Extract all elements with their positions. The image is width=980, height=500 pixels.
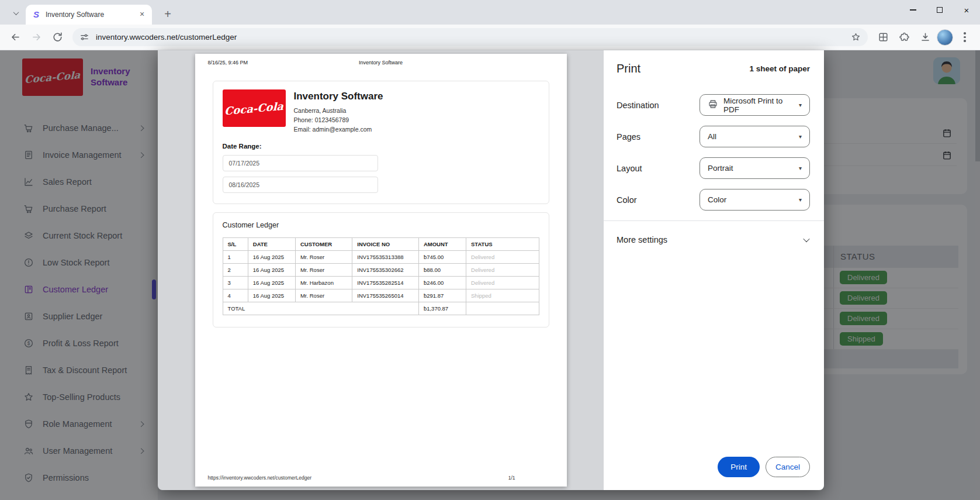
extensions-button[interactable] — [895, 28, 913, 47]
doc-logo-text: Coca-Cola — [224, 99, 283, 117]
cancel-button[interactable]: Cancel — [766, 457, 810, 477]
print-dialog: 8/16/25, 9:46 PM Inventory Software Coca… — [158, 50, 824, 490]
window-controls: × — [899, 0, 980, 20]
doc-table-head-row: S/LDATECUSTOMERINVOICE NOAMOUNTSTATUS — [223, 238, 539, 251]
tab-title: Inventory Software — [46, 11, 137, 19]
browser-toolbar: inventory.wwcoders.net/customerLedger — [0, 25, 980, 50]
dropdown-caret-icon: ▾ — [799, 133, 802, 140]
more-settings-label: More settings — [617, 235, 667, 244]
side-panel-button[interactable] — [874, 28, 892, 47]
tab-close-icon[interactable]: × — [137, 9, 147, 20]
page-footer: https://inventory.wwcoders.net/customerL… — [208, 475, 554, 481]
chevron-down-icon — [803, 235, 809, 242]
reload-icon — [52, 32, 63, 43]
doc-col-status: STATUS — [466, 238, 539, 251]
doc-col-invoice-no: INVOICE NO — [352, 238, 419, 251]
print-field-color: ColorColor▾ — [617, 189, 810, 211]
address-bar[interactable]: inventory.wwcoders.net/customerLedger — [72, 28, 868, 46]
ledger-row: 216 Aug 2025Mr. RoserINV175535302662ƀ88.… — [223, 264, 539, 277]
print-timestamp: 8/16/25, 9:46 PM — [208, 60, 248, 65]
doc-col-amount: AMOUNT — [418, 238, 466, 251]
dropdown-caret-icon: ▾ — [799, 196, 802, 203]
print-dialog-title: Print — [617, 62, 640, 75]
print-field-layout: LayoutPortrait▾ — [617, 157, 810, 179]
ledger-total-row: TOTALƀ1,370.87 — [223, 302, 539, 315]
browser-menu-button[interactable] — [955, 28, 974, 47]
field-value: Microsoft Print to PDF — [723, 96, 794, 114]
browser-tab[interactable]: S Inventory Software × — [26, 5, 152, 25]
forward-button[interactable] — [27, 28, 46, 47]
date-range-label: Date Range: — [223, 143, 539, 150]
bookmark-star-icon[interactable] — [851, 32, 861, 42]
doc-company-logo: Coca-Cola — [223, 89, 286, 127]
print-preview-area: 8/16/25, 9:46 PM Inventory Software Coca… — [158, 50, 604, 490]
download-icon — [920, 32, 931, 43]
total-label: TOTAL — [223, 302, 418, 315]
destination-dropdown[interactable]: Microsoft Print to PDF▾ — [699, 94, 810, 116]
field-label: Destination — [617, 101, 699, 110]
window-close-button[interactable]: × — [953, 0, 980, 20]
section-title: Customer Ledger — [223, 221, 539, 229]
page-header: 8/16/25, 9:46 PM Inventory Software — [195, 54, 567, 65]
doc-table-body: 116 Aug 2025Mr. RoserINV175535313388ƀ745… — [223, 251, 539, 315]
print-settings-panel: Print 1 sheet of paper DestinationMicros… — [604, 50, 824, 490]
forward-arrow-icon — [31, 32, 42, 43]
pages-dropdown[interactable]: All▾ — [699, 126, 810, 147]
color-dropdown[interactable]: Color▾ — [699, 189, 810, 211]
layout-dropdown[interactable]: Portrait▾ — [699, 157, 810, 179]
tab-favicon-icon: S — [32, 10, 41, 19]
date-range-to: 08/16/2025 — [223, 177, 378, 193]
ledger-row: 116 Aug 2025Mr. RoserINV175535313388ƀ745… — [223, 251, 539, 264]
doc-col-date: DATE — [248, 238, 295, 251]
minimize-icon — [910, 9, 916, 10]
print-preview-page: 8/16/25, 9:46 PM Inventory Software Coca… — [195, 54, 567, 487]
tab-content: Coca-Cola Inventory Software Purchase Ma… — [0, 50, 980, 500]
more-settings-toggle[interactable]: More settings — [604, 220, 824, 258]
window-minimize-button[interactable] — [899, 0, 926, 20]
doc-company-email: Email: admin@example.com — [294, 125, 383, 135]
tab-search-button[interactable] — [8, 5, 23, 20]
browser-window: S Inventory Software × + × inventory.wwc… — [0, 0, 980, 500]
doc-col-customer: CUSTOMER — [295, 238, 352, 251]
total-amount: ƀ1,370.87 — [418, 302, 466, 315]
date-range-from: 07/17/2025 — [223, 155, 378, 171]
company-info-card: Coca-Cola Inventory Software Canberra, A… — [213, 81, 549, 204]
three-dots-icon — [964, 32, 965, 42]
field-value: Color — [708, 195, 726, 204]
ledger-table: S/LDATECUSTOMERINVOICE NOAMOUNTSTATUS 11… — [223, 237, 539, 315]
window-maximize-button[interactable] — [926, 0, 953, 20]
field-label: Color — [617, 195, 699, 205]
print-doc-title: Inventory Software — [359, 60, 403, 65]
print-fields: DestinationMicrosoft Print to PDF▾PagesA… — [604, 94, 824, 220]
grid-icon — [878, 32, 889, 43]
doc-company-name: Inventory Software — [294, 91, 383, 102]
reload-button[interactable] — [48, 28, 67, 47]
field-label: Pages — [617, 132, 699, 142]
doc-company-address: Canberra, Australia — [294, 106, 383, 116]
maximize-icon — [937, 7, 943, 13]
back-button[interactable] — [6, 28, 25, 47]
ledger-row: 416 Aug 2025Mr. RoserINV175535265014ƀ291… — [223, 289, 539, 302]
doc-company-phone: Phone: 0123456789 — [294, 116, 383, 125]
field-label: Layout — [617, 164, 699, 173]
doc-col-s-l: S/L — [223, 238, 248, 251]
printer-icon — [708, 99, 718, 111]
field-value: Portrait — [708, 164, 733, 173]
tab-strip: S Inventory Software × + × — [0, 0, 980, 25]
print-button[interactable]: Print — [718, 457, 760, 477]
downloads-button[interactable] — [916, 28, 934, 47]
new-tab-button[interactable]: + — [160, 7, 175, 22]
url-text: inventory.wwcoders.net/customerLedger — [96, 33, 851, 42]
print-field-destination: DestinationMicrosoft Print to PDF▾ — [617, 94, 810, 116]
sheet-count-label: 1 sheet of paper — [749, 64, 810, 73]
field-value: All — [708, 132, 716, 141]
site-info-icon — [79, 32, 89, 42]
customer-ledger-card: Customer Ledger S/LDATECUSTOMERINVOICE N… — [213, 212, 549, 327]
chevron-down-icon — [13, 9, 19, 15]
print-field-pages: PagesAll▾ — [617, 126, 810, 147]
puzzle-icon — [899, 32, 910, 43]
ledger-row: 316 Aug 2025Mr. HarbazonINV175535282514ƀ… — [223, 277, 539, 289]
browser-profile-avatar[interactable] — [937, 29, 953, 46]
back-arrow-icon — [10, 32, 21, 43]
footer-url: https://inventory.wwcoders.net/customerL… — [208, 475, 311, 481]
